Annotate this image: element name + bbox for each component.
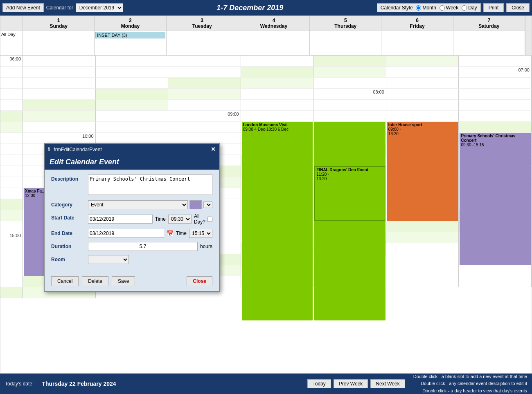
time-cell-r21-c3[interactable] [0,265,23,276]
time-cell-r23-c5[interactable] [0,287,23,298]
col-header-6[interactable]: 6Friday [381,16,453,31]
time-cell-r6-c6[interactable] [0,122,23,133]
style-week-label[interactable]: Week [440,5,458,11]
time-cell-r2-c3[interactable] [23,78,96,89]
room-select[interactable] [88,255,129,264]
time-cell-r4-c5[interactable] [23,100,96,111]
time-cell-r2-c4[interactable] [96,78,169,89]
time-cell-r7-c7[interactable] [0,133,23,144]
time-cell-r3-c3[interactable] [0,89,23,100]
cancel-button[interactable]: Cancel [51,276,79,286]
time-cell-r16-c7[interactable] [0,221,23,232]
style-week-radio[interactable] [440,5,445,11]
allday-checkbox[interactable] [207,217,212,222]
time-cell-r20-c2[interactable] [0,254,23,265]
time-cell-r5-c6[interactable] [23,111,96,122]
style-month-label[interactable]: Month [416,5,436,11]
time-cell-r1-c3[interactable] [96,67,169,78]
time-cell-r1-c1[interactable] [0,67,23,78]
next-week-button[interactable]: Next Week [370,379,405,388]
style-month-radio[interactable] [416,5,421,11]
allday-cell-2[interactable]: INSET DAY (3) [95,31,166,55]
print-button[interactable]: Print [483,3,504,12]
time-cell-r6-c1[interactable] [241,111,314,122]
time-cell-r0-c4[interactable] [241,56,314,67]
time-cell-r6-c2[interactable] [313,111,386,122]
col-header-5[interactable]: 5Thursday [310,16,381,31]
col-header-1[interactable]: 1Sunday [23,16,95,31]
time-cell-r6-c7[interactable] [23,122,96,133]
calendar-event[interactable]: Inter House sport09:00 -13:20 [387,122,458,221]
time-cell-r1-c5[interactable] [241,67,314,78]
time-cell-r1-c2[interactable] [23,67,96,78]
allday-cell-4[interactable] [238,31,310,55]
calendar-event[interactable]: FINAL Dragons' Den Event11:20 -13:20 [314,166,385,221]
time-cell-r2-c7[interactable] [313,78,386,89]
time-cell-r0-c3[interactable] [168,56,241,67]
allday-cell-6[interactable] [381,31,453,55]
time-cell-r5-c1[interactable] [313,100,386,111]
time-cell-r0-c1[interactable] [23,56,96,67]
time-cell-r4-c2[interactable] [459,89,532,100]
time-cell-r4-c1[interactable] [386,89,459,100]
col-header-7[interactable]: 7Saturday [453,16,525,31]
add-new-event-button[interactable]: Add New Event [2,3,44,12]
time-cell-r10-c1[interactable] [0,155,23,166]
time-cell-r5-c3[interactable] [459,100,532,111]
time-cell-r14-c5[interactable] [0,199,23,210]
duration-input[interactable] [88,242,198,251]
time-cell-r7-c1[interactable] [168,122,241,133]
calendar-select[interactable]: December 2019 [76,3,123,12]
time-cell-r5-c2[interactable] [386,100,459,111]
time-cell-r1-c7[interactable] [386,67,459,78]
time-cell-r23-c3[interactable] [459,276,532,287]
time-cell-r11-c2[interactable] [0,166,23,177]
time-cell-r0-c7[interactable] [459,56,532,67]
time-cell-r8-c2[interactable] [168,133,241,144]
time-cell-r2-c5[interactable] [168,78,241,89]
time-cell-r6-c3[interactable] [386,111,459,122]
start-time-select[interactable]: 09:30 [168,215,192,224]
col-header-4[interactable]: 4Wednesday [238,16,310,31]
time-cell-r2-c2[interactable] [0,78,23,89]
time-cell-r4-c7[interactable] [168,100,241,111]
modal-close-x-button[interactable]: ✕ [211,146,216,152]
time-cell-r3-c4[interactable] [23,89,96,100]
time-cell-r7-c5[interactable] [459,122,532,133]
time-cell-r17-c5[interactable] [386,221,459,232]
time-cell-r22-c1[interactable] [386,265,459,276]
description-textarea[interactable]: Primary Schools' Christmas Concert [88,175,212,195]
today-button[interactable]: Today [307,379,331,388]
time-cell-r5-c5[interactable] [0,111,23,122]
time-cell-r1-c6[interactable] [313,67,386,78]
start-date-input[interactable] [88,215,153,224]
time-cell-r0-c5[interactable] [313,56,386,67]
time-cell-r0-c2[interactable] [96,56,169,67]
time-cell-r19-c7[interactable] [386,243,459,254]
save-button[interactable]: Save [112,276,135,286]
prev-week-button[interactable]: Prev Week [334,379,368,388]
allday-cell-7[interactable] [453,31,525,55]
time-cell-r23-c2[interactable] [386,276,459,287]
time-cell-r5-c7[interactable] [96,111,169,122]
style-day-label[interactable]: Day [462,5,477,11]
category-select[interactable]: Event Meeting Holiday Other [88,200,188,209]
time-cell-r19-c1[interactable] [0,243,23,254]
time-cell-r4-c6[interactable] [96,100,169,111]
time-cell-r1-c4[interactable] [168,67,241,78]
time-cell-r4-c4[interactable] [0,100,23,111]
time-cell-r18-c6[interactable] [386,232,459,243]
time-cell-r6-c4[interactable] [459,111,532,122]
calendar-event[interactable] [314,122,385,320]
modal-close-button[interactable]: Close [187,276,212,286]
end-time-select[interactable]: 15:15 [189,229,212,238]
time-cell-r3-c6[interactable] [168,89,241,100]
allday-cell-3[interactable] [167,31,238,55]
delete-button[interactable]: Delete [82,276,108,286]
time-cell-r15-c6[interactable] [0,210,23,221]
time-cell-r12-c3[interactable] [0,177,23,188]
calendar-event[interactable]: London Museums Visit09:00 4 Dec-18:30 6 … [242,122,313,320]
allday-event-inset[interactable]: INSET DAY (3) [95,32,165,38]
time-cell-r13-c4[interactable] [0,188,23,199]
category-dropdown-arrow[interactable]: ▼ [203,201,212,208]
